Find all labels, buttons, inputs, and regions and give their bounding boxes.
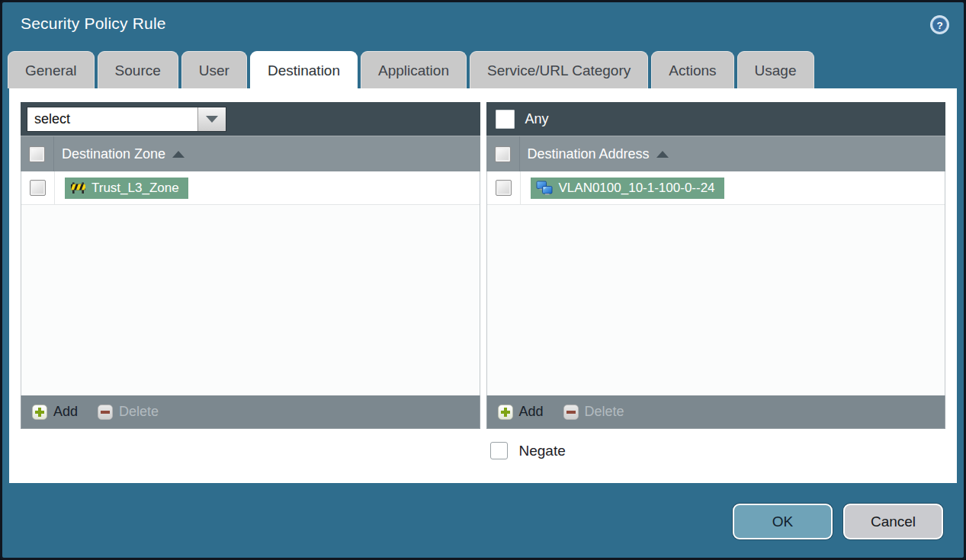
tab-strip: General Source User Destination Applicat… <box>2 51 964 88</box>
zone-column-label: Destination Zone <box>62 146 165 162</box>
add-icon <box>32 405 47 420</box>
dialog-title: Security Policy Rule <box>21 14 166 33</box>
tab-destination[interactable]: Destination <box>250 51 358 88</box>
address-row-checkbox-cell <box>487 171 521 204</box>
negate-wrap: Negate <box>486 442 946 459</box>
add-icon <box>498 405 513 420</box>
security-policy-rule-dialog: Security Policy Rule ? General Source Us… <box>0 0 966 560</box>
address-select-all-cell <box>486 136 520 171</box>
negate-checkbox[interactable] <box>490 442 508 459</box>
address-toolbar: Any <box>486 102 946 136</box>
delete-icon <box>563 405 579 420</box>
negate-right-half: Negate <box>486 442 946 459</box>
zone-select-combobox[interactable] <box>27 107 226 132</box>
ok-button[interactable]: OK <box>733 504 833 539</box>
address-column-header: Destination Address <box>486 136 946 171</box>
zone-column-title[interactable]: Destination Zone <box>54 146 185 162</box>
delete-icon <box>98 405 113 420</box>
titlebar: Security Policy Rule ? <box>2 2 964 51</box>
tab-source[interactable]: Source <box>98 51 178 88</box>
zone-row-checkbox[interactable] <box>30 180 46 196</box>
zone-add-label: Add <box>53 404 78 420</box>
address-item-vlan0100[interactable]: VLAN0100_10-1-100-0--24 <box>531 178 724 199</box>
address-rows: VLAN0100_10-1-100-0--24 <box>486 171 946 395</box>
address-column-label: Destination Address <box>528 146 650 162</box>
zone-panel-footer: Add Delete <box>21 395 480 429</box>
address-column-title[interactable]: Destination Address <box>520 146 669 162</box>
svg-text:?: ? <box>936 20 942 31</box>
sort-ascending-icon <box>656 151 669 158</box>
any-label: Any <box>525 111 549 127</box>
destination-tab-content: Destination Zone <box>9 88 957 483</box>
tab-service-url-category[interactable]: Service/URL Category <box>470 51 648 88</box>
zone-icon <box>70 181 86 194</box>
tab-actions[interactable]: Actions <box>651 51 733 88</box>
zone-item-label: Trust_L3_Zone <box>91 181 179 196</box>
tab-user[interactable]: User <box>181 51 247 88</box>
address-add-label: Add <box>519 404 544 420</box>
zone-delete-button[interactable]: Delete <box>98 404 159 420</box>
destination-zone-panel: Destination Zone <box>21 102 480 429</box>
address-panel-footer: Add Delete <box>486 395 946 429</box>
negate-left-spacer <box>21 442 480 459</box>
zone-add-button[interactable]: Add <box>32 404 78 420</box>
tab-general[interactable]: General <box>8 51 95 88</box>
zone-toolbar <box>21 102 480 136</box>
address-item-label: VLAN0100_10-1-100-0--24 <box>559 181 715 196</box>
any-wrap: Any <box>493 110 549 129</box>
dialog-footer: OK Cancel <box>2 483 964 558</box>
chevron-down-icon <box>206 116 218 123</box>
cancel-button[interactable]: Cancel <box>843 504 943 539</box>
zone-column-header: Destination Zone <box>21 136 480 171</box>
destination-address-panel: Any Destination Address <box>486 102 946 429</box>
sort-ascending-icon <box>172 151 185 158</box>
tab-usage[interactable]: Usage <box>737 51 814 88</box>
table-row: VLAN0100_10-1-100-0--24 <box>487 171 945 205</box>
zone-select-dropdown-button[interactable] <box>197 107 226 131</box>
help-icon[interactable]: ? <box>929 14 950 35</box>
zone-item-trust-l3-zone[interactable]: Trust_L3_Zone <box>65 178 188 199</box>
zone-select-all-cell <box>21 136 54 171</box>
negate-label: Negate <box>519 443 566 459</box>
address-delete-button[interactable]: Delete <box>563 404 624 420</box>
zone-rows: Trust_L3_Zone <box>21 171 480 395</box>
zone-delete-label: Delete <box>119 404 159 420</box>
address-icon <box>536 181 554 196</box>
address-select-all-checkbox[interactable] <box>495 146 511 162</box>
address-add-button[interactable]: Add <box>498 404 544 420</box>
tab-application[interactable]: Application <box>361 51 467 88</box>
any-checkbox[interactable] <box>496 110 515 129</box>
table-row: Trust_L3_Zone <box>21 171 480 205</box>
zone-select-input[interactable] <box>27 107 197 131</box>
address-delete-label: Delete <box>585 404 624 420</box>
zone-row-checkbox-cell <box>21 171 55 204</box>
panels: Destination Zone <box>21 102 945 429</box>
negate-row: Negate <box>21 442 945 459</box>
address-row-checkbox[interactable] <box>496 180 512 196</box>
zone-select-all-checkbox[interactable] <box>29 146 45 162</box>
